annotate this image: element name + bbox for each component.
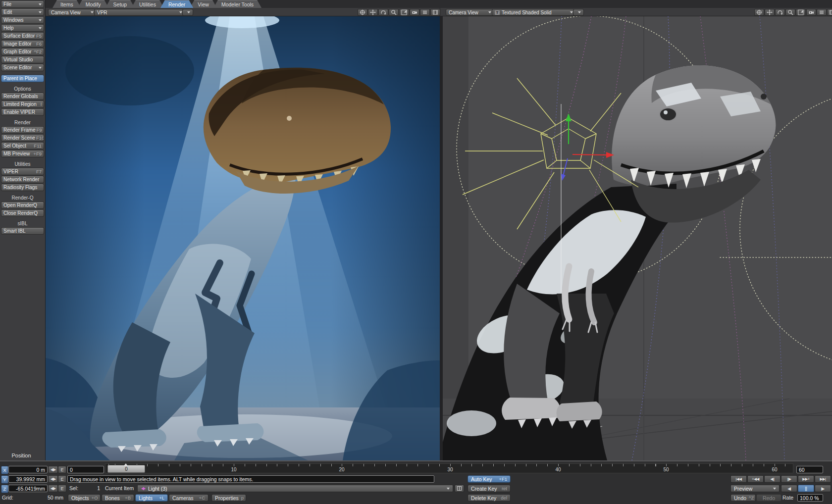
x-envelope-button[interactable]: E: [58, 466, 66, 473]
render-scene-button[interactable]: Render SceneF10: [1, 134, 44, 142]
sidebar: File Edit Windows Help Surface EditorF5 …: [0, 0, 46, 460]
smart-ibl-button[interactable]: Smart IBL: [1, 227, 44, 235]
right-view-type-select[interactable]: Camera View: [446, 9, 494, 16]
left-view-type-select[interactable]: Camera View: [48, 9, 97, 16]
section-title-renderq: Render-Q: [0, 195, 45, 201]
end-frame-field[interactable]: 60: [796, 466, 823, 473]
frame-icon[interactable]: [827, 9, 832, 16]
move-icon[interactable]: [765, 9, 775, 16]
select-objects-button[interactable]: Objects+O: [68, 494, 101, 502]
pan-icon[interactable]: [754, 9, 764, 16]
viper-button[interactable]: VIPERF7: [1, 168, 44, 175]
previous-key-button[interactable]: +◀◀: [747, 475, 764, 483]
right-render-mode-select[interactable]: TTextured Shaded Solid: [492, 9, 576, 16]
tick-label: 50: [659, 467, 674, 472]
render-globals-button[interactable]: Render Globals: [1, 93, 44, 100]
enable-viper-button[interactable]: Enable VIPER: [1, 108, 44, 116]
preview-select[interactable]: Preview: [730, 485, 780, 492]
open-renderq-button[interactable]: Open RenderQ: [1, 202, 44, 209]
section-title-render: Render: [0, 120, 45, 125]
maximize-icon[interactable]: [399, 9, 409, 16]
maximize-icon[interactable]: [796, 9, 806, 16]
step-back-button[interactable]: ◀||: [764, 475, 780, 483]
play-forward-button[interactable]: ▶: [815, 485, 831, 492]
select-cameras-button[interactable]: Cameras+C: [169, 494, 208, 502]
play-reverse-button[interactable]: ◀: [781, 485, 797, 492]
radiosity-flags-button[interactable]: Radiosity Flags: [1, 184, 44, 191]
tick-label: 10: [226, 467, 241, 472]
timeline-ruler[interactable]: 10 20 30 40 50 60 0: [105, 463, 793, 473]
pause-button[interactable]: ||: [798, 485, 814, 492]
y-position-field[interactable]: 39.9992 mm: [8, 475, 48, 483]
menu-icon[interactable]: [420, 9, 430, 16]
right-viewport-menu-select[interactable]: [573, 9, 584, 16]
menu-edit[interactable]: Edit: [1, 8, 44, 16]
zoom-icon[interactable]: [389, 9, 399, 16]
frame-icon[interactable]: [430, 9, 440, 16]
hint-bar: Drag mouse in view to move selected item…: [67, 475, 434, 483]
auto-key-button[interactable]: Auto Key+F1: [468, 475, 511, 483]
z-axis-button[interactable]: Z: [1, 485, 8, 493]
tab-view[interactable]: View: [190, 0, 217, 8]
graph-editor-button[interactable]: Graph Editor^F2: [1, 48, 44, 55]
x-position-field[interactable]: 0 m: [8, 466, 48, 473]
z-nudge-stepper[interactable]: ◀▶: [48, 485, 58, 492]
rotate-icon[interactable]: [378, 9, 388, 16]
rotate-icon[interactable]: [775, 9, 785, 16]
rate-field[interactable]: 100.0 %: [797, 494, 823, 502]
go-to-end-button[interactable]: ▶▶|: [815, 475, 831, 483]
menu-windows[interactable]: Windows: [1, 16, 44, 24]
camera-icon[interactable]: [410, 9, 419, 16]
x-nudge-stepper[interactable]: ◀▶: [48, 466, 58, 473]
select-bones-button[interactable]: Bones+B: [102, 494, 134, 502]
close-renderq-button[interactable]: Close RenderQ: [1, 209, 44, 217]
step-forward-button[interactable]: ||▶: [781, 475, 797, 483]
z-position-field[interactable]: -65.0419mm: [8, 485, 48, 492]
x-axis-button[interactable]: X: [1, 466, 8, 474]
select-lights-button[interactable]: Lights+L: [135, 494, 168, 502]
redo-button[interactable]: Redo: [756, 494, 781, 502]
y-envelope-button[interactable]: E: [58, 475, 66, 483]
go-to-start-button[interactable]: |◀◀: [730, 475, 747, 483]
right-viewport-opengl[interactable]: [443, 16, 832, 460]
dope-sheet-button[interactable]: [455, 485, 464, 492]
network-render-button[interactable]: Network Render: [1, 176, 44, 183]
scene-editor-button[interactable]: Scene Editor: [1, 64, 44, 71]
move-icon[interactable]: [368, 9, 378, 16]
properties-button[interactable]: Propertiesp: [211, 494, 246, 502]
camera-icon[interactable]: [806, 9, 816, 16]
chevron-down-icon: [39, 3, 42, 5]
left-render-mode-select[interactable]: VPR: [94, 9, 185, 16]
image-editor-button[interactable]: Image EditorF6: [1, 40, 44, 48]
y-nudge-stepper[interactable]: ◀▶: [48, 475, 58, 483]
limited-region-button[interactable]: Limited Regionl: [1, 101, 44, 108]
surface-editor-button[interactable]: Surface EditorF5: [1, 32, 44, 40]
tab-setup[interactable]: Setup: [105, 0, 135, 8]
menu-icon[interactable]: [817, 9, 827, 16]
render-frame-button[interactable]: Render FrameF9: [1, 126, 44, 134]
menu-file[interactable]: File: [1, 0, 44, 8]
left-viewport-vpr-render[interactable]: [46, 16, 440, 460]
current-frame-field[interactable]: 0: [67, 466, 104, 473]
tab-items[interactable]: Items: [52, 0, 81, 8]
tab-modify[interactable]: Modify: [78, 0, 109, 8]
menu-help[interactable]: Help: [1, 24, 44, 32]
left-viewport-menu-select[interactable]: [182, 9, 193, 16]
sel-object-button[interactable]: Sel ObjectF11: [1, 142, 44, 150]
mb-preview-button[interactable]: MB Preview+F9: [1, 150, 44, 157]
tab-modeler-tools[interactable]: Modeler Tools: [213, 0, 261, 8]
tab-utilities[interactable]: Utilities: [131, 0, 164, 8]
pan-icon[interactable]: [358, 9, 367, 16]
delete-key-button[interactable]: Delete Keydel: [468, 494, 511, 502]
next-key-button[interactable]: ▶▶+: [798, 475, 814, 483]
frame-slider-handle[interactable]: 0: [107, 465, 145, 473]
y-axis-button[interactable]: Y: [1, 475, 8, 484]
undo-button[interactable]: Undo^Z: [730, 494, 756, 502]
current-item-select[interactable]: Light (3): [137, 485, 453, 492]
virtual-studio-button[interactable]: Virtual Studio: [1, 56, 44, 63]
zoom-icon[interactable]: [785, 9, 795, 16]
tab-render[interactable]: Render: [160, 0, 193, 8]
z-envelope-button[interactable]: E: [58, 485, 66, 492]
create-key-button[interactable]: Create Keyret: [468, 485, 511, 492]
parent-in-place-button[interactable]: Parent in Place: [1, 75, 44, 82]
